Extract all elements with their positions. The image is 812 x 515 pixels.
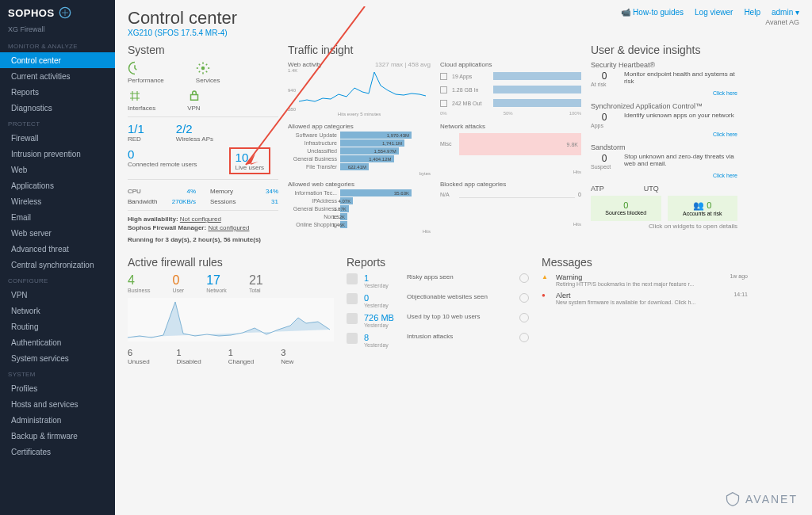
traffic-title: Traffic insight — [288, 44, 581, 56]
sidebar-item-backup-&-firmware[interactable]: Backup & firmware — [0, 428, 115, 444]
page-title: Control center — [128, 8, 237, 29]
firewall-chart — [128, 298, 334, 341]
rule-stat[interactable]: 4Business — [128, 273, 150, 293]
bar-row[interactable]: Software Update1,970.43M — [288, 132, 431, 139]
sidebar-item-advanced-threat[interactable]: Advanced threat — [0, 241, 115, 257]
report-row[interactable]: 726 MBYesterdayUsed by top 10 web users — [347, 313, 529, 328]
rule-bottom-stat[interactable]: 1Changed — [228, 348, 254, 366]
sidebar-item-hosts-and-services[interactable]: Hosts and services — [0, 396, 115, 412]
sidebar-item-system-services[interactable]: System services — [0, 350, 115, 366]
traffic-panel: Traffic insight Web activity1327 max | 4… — [288, 44, 581, 245]
sidebar-item-administration[interactable]: Administration — [0, 412, 115, 428]
sidebar-section: CONFIGURE — [0, 273, 115, 287]
sidebar: SOPHOS XG Firewall MONITOR & ANALYZECont… — [0, 0, 115, 515]
performance-widget[interactable]: Performance — [128, 61, 164, 84]
sac-widget[interactable]: 0Apps Identify unknown apps on your netw… — [591, 112, 737, 128]
system-title: System — [128, 44, 278, 56]
main-content: Control center XG210 (SFOS 17.5.4 MR-4) … — [115, 0, 812, 515]
firewall-rules-panel[interactable]: Active firewall rules 4Business0User17Ne… — [128, 256, 334, 366]
sidebar-item-authentication[interactable]: Authentication — [0, 334, 115, 350]
remote-users-stat[interactable]: 0Connected remote users — [128, 147, 197, 174]
web-activity-chart[interactable] — [299, 68, 426, 112]
red-stat[interactable]: 1/1RED — [128, 122, 144, 143]
sidebar-item-reports[interactable]: Reports — [0, 84, 115, 100]
sidebar-item-current-activities[interactable]: Current activities — [0, 68, 115, 84]
insights-title: User & device insights — [591, 44, 737, 56]
widget-hint: Click on widgets to open details — [591, 223, 737, 230]
bar-row[interactable]: Information Tec...35.63K — [288, 189, 431, 196]
sidebar-section: SYSTEM — [0, 366, 115, 380]
sidebar-section: MONITOR & ANALYZE — [0, 38, 115, 52]
bar-row[interactable]: Online Shopping1.46K — [288, 221, 431, 228]
brand: SOPHOS — [0, 0, 115, 25]
shield-icon — [59, 6, 71, 19]
rule-stat[interactable]: 21Total — [249, 273, 263, 293]
sidebar-item-firewall[interactable]: Firewall — [0, 130, 115, 146]
message-row[interactable]: ●AlertNew system firmware is available f… — [542, 292, 748, 305]
services-widget[interactable]: Services — [196, 61, 220, 84]
rule-stat[interactable]: 17Network — [206, 273, 227, 293]
insights-panel: User & device insights Security Heartbea… — [591, 44, 737, 245]
report-row[interactable]: 8YesterdayIntrusion attacks — [347, 333, 529, 348]
sidebar-item-applications[interactable]: Applications — [0, 177, 115, 193]
sidebar-item-central-synchronization[interactable]: Central synchronization — [0, 257, 115, 273]
atp-widget[interactable]: 0Sources blocked — [591, 196, 661, 221]
sidebar-section: PROTECT — [0, 116, 115, 130]
sidebar-item-diagnostics[interactable]: Diagnostics — [0, 100, 115, 116]
rule-bottom-stat[interactable]: 6Unused — [128, 348, 150, 366]
cloud-app-row[interactable]: 242 MB Out — [440, 97, 581, 109]
reports-panel: Reports 1YesterdayRisky apps seen0Yester… — [347, 256, 529, 366]
sidebar-item-certificates[interactable]: Certificates — [0, 444, 115, 460]
sidebar-item-intrusion-prevention[interactable]: Intrusion prevention — [0, 146, 115, 162]
log-viewer-link[interactable]: Log viewer — [695, 8, 733, 17]
message-row[interactable]: ▲WarningRetiring HTTP/S bookmarks in the… — [542, 273, 748, 287]
cloud-app-row[interactable]: 1.28 GB In — [440, 84, 581, 95]
messages-panel: Messages ▲WarningRetiring HTTP/S bookmar… — [542, 256, 748, 366]
vpn-widget[interactable]: VPN — [187, 89, 201, 112]
sidebar-item-control-center[interactable]: Control center — [0, 52, 115, 68]
live-users-highlight[interactable]: 10Live users — [229, 147, 270, 174]
sac-link[interactable]: Click here — [591, 132, 737, 137]
sidebar-item-network[interactable]: Network — [0, 303, 115, 319]
rule-bottom-stat[interactable]: 1Disabled — [177, 348, 201, 366]
sidebar-item-web[interactable]: Web — [0, 162, 115, 177]
bar-row[interactable]: Unclassified1,554.97M — [288, 147, 431, 154]
product-name: XG Firewall — [0, 25, 115, 38]
howto-link[interactable]: 📹 How-to guides — [621, 8, 684, 17]
sidebar-item-routing[interactable]: Routing — [0, 319, 115, 334]
heartbeat-widget[interactable]: 0At risk Monitor endpoint health and sys… — [591, 71, 737, 87]
bar-row[interactable]: IPAddress4.07K — [288, 197, 431, 204]
sidebar-item-profiles[interactable]: Profiles — [0, 380, 115, 396]
sfm-link[interactable]: Not configured — [208, 224, 249, 231]
interfaces-widget[interactable]: Interfaces — [128, 89, 155, 112]
svg-rect-2 — [191, 95, 198, 101]
utq-widget[interactable]: 👥 0Accounts at risk — [668, 196, 738, 221]
admin-menu[interactable]: admin ▾ — [772, 8, 799, 17]
page-model: XG210 (SFOS 17.5.4 MR-4) — [128, 29, 237, 37]
sidebar-item-email[interactable]: Email — [0, 209, 115, 225]
bar-row[interactable]: None1.52K — [288, 213, 431, 220]
bar-row[interactable]: General Business1,404.12M — [288, 155, 431, 162]
heartbeat-link[interactable]: Click here — [591, 90, 737, 96]
brand-name: SOPHOS — [8, 7, 55, 19]
avanet-logo: AVANET — [725, 491, 798, 507]
system-panel: System Performance Services Interfaces V… — [128, 44, 278, 245]
sidebar-item-wireless[interactable]: Wireless — [0, 193, 115, 209]
sidebar-item-vpn[interactable]: VPN — [0, 287, 115, 303]
svg-point-1 — [201, 67, 205, 71]
sandstorm-widget[interactable]: 0Suspect Stop unknown and zero-day threa… — [591, 153, 737, 170]
rule-bottom-stat[interactable]: 3New — [281, 348, 293, 366]
bar-row[interactable]: Infrastructure1,741.1M — [288, 139, 431, 147]
help-link[interactable]: Help — [744, 8, 760, 17]
rule-stat[interactable]: 0User — [172, 273, 184, 293]
bar-row[interactable]: File Transfer622.41M — [288, 163, 431, 170]
report-row[interactable]: 0YesterdayObjectionable websites seen — [347, 293, 529, 308]
ha-link[interactable]: Not configured — [180, 216, 221, 223]
company-label: Avanet AG — [621, 18, 799, 26]
aps-stat[interactable]: 2/2Wireless APs — [176, 122, 213, 143]
report-row[interactable]: 1YesterdayRisky apps seen — [347, 273, 529, 288]
bar-row[interactable]: General Business1.87K — [288, 205, 431, 212]
sandstorm-link[interactable]: Click here — [591, 173, 737, 178]
cloud-app-row[interactable]: 19 Apps — [440, 71, 581, 82]
sidebar-item-web-server[interactable]: Web server — [0, 225, 115, 241]
